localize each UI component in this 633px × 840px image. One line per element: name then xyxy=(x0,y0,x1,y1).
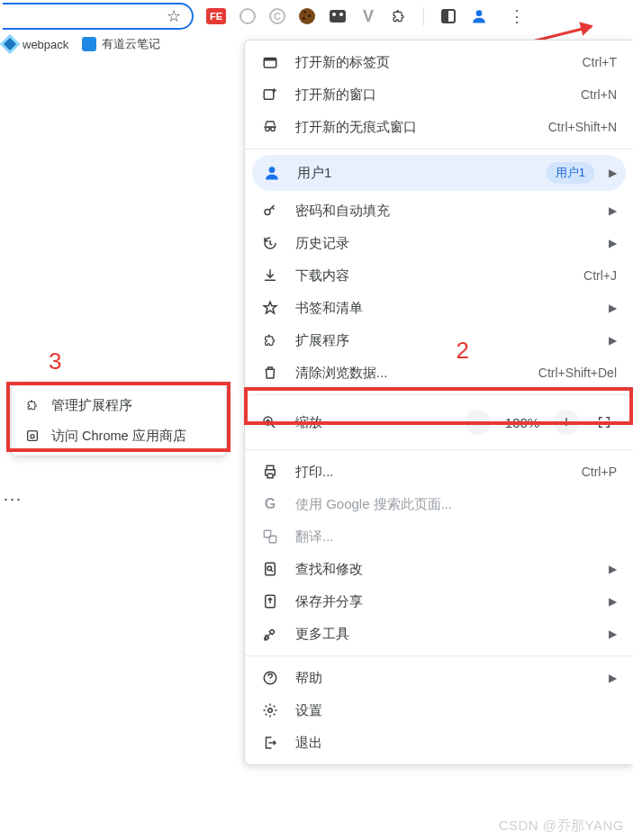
user-badge: 用户1 xyxy=(547,162,594,184)
extensions-puzzle-icon[interactable] xyxy=(390,7,408,25)
menu-help[interactable]: 帮助 ▶ xyxy=(245,662,633,694)
menu-label: 使用 Google 搜索此页面... xyxy=(295,496,452,513)
star-icon xyxy=(261,299,279,317)
menu-label: 扩展程序 xyxy=(295,332,349,349)
menu-clear-data[interactable]: 清除浏览数据... Ctrl+Shift+Del xyxy=(245,357,633,389)
annotation-label-3: 3 xyxy=(49,348,61,375)
extension-cookie-icon[interactable] xyxy=(298,7,316,25)
exit-icon xyxy=(261,734,279,752)
menu-label: 下载内容 xyxy=(295,267,349,285)
download-icon xyxy=(261,266,279,285)
menu-new-window[interactable]: 打开新的窗口 Ctrl+N xyxy=(245,78,633,111)
menu-label: 帮助 xyxy=(295,670,322,687)
menu-downloads[interactable]: 下载内容 Ctrl+J xyxy=(245,259,633,292)
menu-label: 保存并分享 xyxy=(295,593,363,610)
extension-c-icon[interactable]: C xyxy=(269,8,285,24)
page-ellipsis: ... xyxy=(4,486,23,505)
extension-fe-icon[interactable]: FE xyxy=(206,8,226,24)
menu-incognito[interactable]: 打开新的无痕式窗口 Ctrl+Shift+N xyxy=(245,111,633,143)
chevron-right-icon: ▶ xyxy=(609,334,617,347)
translate-icon xyxy=(261,528,279,546)
menu-label: 退出 xyxy=(295,735,322,752)
menu-shortcut: Ctrl+Shift+Del xyxy=(538,366,617,380)
menu-history[interactable]: 历史记录 ▶ xyxy=(245,227,633,259)
menu-bookmarks[interactable]: 书签和清单 ▶ xyxy=(245,292,633,324)
extension-squaredots-icon[interactable] xyxy=(329,7,347,25)
new-window-icon xyxy=(261,86,279,104)
menu-label: 书签和清单 xyxy=(295,300,363,317)
tools-icon xyxy=(261,625,279,643)
history-icon xyxy=(261,234,279,252)
menu-label: 打开新的窗口 xyxy=(295,86,376,104)
extension-circle-icon[interactable] xyxy=(239,7,257,25)
menu-user-profile[interactable]: 用户1 用户1 ▶ xyxy=(252,155,626,191)
chevron-right-icon: ▶ xyxy=(609,628,617,640)
omnibox[interactable]: ☆ xyxy=(3,3,194,30)
more-button[interactable]: ⋮ xyxy=(504,4,529,29)
menu-label: 查找和修改 xyxy=(295,561,363,578)
annotation-label-2: 2 xyxy=(457,337,469,365)
toolbar-divider xyxy=(423,7,424,25)
menu-shortcut: Ctrl+Shift+N xyxy=(548,120,617,134)
svg-point-0 xyxy=(476,10,483,16)
menu-label: 更多工具 xyxy=(295,626,349,643)
trash-icon xyxy=(261,364,279,382)
chevron-right-icon: ▶ xyxy=(609,237,617,249)
menu-new-tab[interactable]: 打开新的标签页 Ctrl+T xyxy=(245,46,633,78)
key-icon xyxy=(261,202,279,220)
watermark: CSDN @乔那YANG xyxy=(499,817,624,835)
svg-rect-9 xyxy=(266,563,276,575)
puzzle-icon xyxy=(261,331,279,349)
bookmark-label: webpack xyxy=(23,38,68,51)
menu-shortcut: Ctrl+T xyxy=(583,55,618,69)
menu-divider xyxy=(245,655,633,656)
chevron-right-icon: ▶ xyxy=(609,302,617,314)
gear-icon xyxy=(261,701,279,719)
menu-shortcut: Ctrl+J xyxy=(583,268,617,283)
svg-point-13 xyxy=(268,709,273,713)
webpack-icon xyxy=(0,34,20,55)
bookmark-webpack[interactable]: webpack xyxy=(3,37,68,51)
menu-more-tools[interactable]: 更多工具 ▶ xyxy=(245,618,633,650)
side-panel-icon[interactable] xyxy=(439,7,457,25)
find-icon xyxy=(261,560,279,578)
menu-save-share[interactable]: 保存并分享 ▶ xyxy=(245,585,633,618)
menu-google-search[interactable]: G 使用 Google 搜索此页面... xyxy=(245,488,633,520)
menu-divider xyxy=(245,149,633,149)
browser-toolbar: ☆ FE C V ⋮ xyxy=(0,0,633,32)
menu-label: 打开新的标签页 xyxy=(295,54,390,71)
svg-rect-2 xyxy=(264,59,276,61)
menu-translate[interactable]: 翻译... xyxy=(245,520,633,553)
new-tab-icon xyxy=(261,53,279,71)
menu-label: 用户1 xyxy=(297,165,331,182)
menu-label: 打印... xyxy=(295,464,334,481)
svg-point-4 xyxy=(269,167,276,173)
bookmark-youdao[interactable]: 有道云笔记 xyxy=(82,36,160,52)
bookmark-star-icon[interactable]: ☆ xyxy=(167,6,181,26)
profile-avatar-icon[interactable] xyxy=(470,7,488,25)
svg-rect-3 xyxy=(264,90,274,100)
help-icon xyxy=(261,669,279,687)
menu-settings[interactable]: 设置 xyxy=(245,694,633,727)
menu-extensions[interactable]: 扩展程序 ▶ xyxy=(245,324,633,357)
menu-passwords[interactable]: 密码和自动填充 ▶ xyxy=(245,194,633,227)
menu-label: 历史记录 xyxy=(295,235,349,252)
share-icon xyxy=(261,592,279,610)
menu-label: 清除浏览数据... xyxy=(295,365,388,382)
menu-find-edit[interactable]: 查找和修改 ▶ xyxy=(245,553,633,585)
chevron-right-icon: ▶ xyxy=(609,672,617,684)
menu-label: 密码和自动填充 xyxy=(295,203,390,220)
menu-divider xyxy=(245,449,633,450)
bookmarks-bar: webpack 有道云笔记 xyxy=(3,36,160,52)
menu-shortcut: Ctrl+N xyxy=(581,87,617,102)
annotation-highlight-3 xyxy=(6,382,231,452)
extension-v-icon[interactable]: V xyxy=(359,7,377,25)
menu-exit[interactable]: 退出 xyxy=(245,727,633,759)
svg-point-5 xyxy=(265,210,270,215)
bookmark-label: 有道云笔记 xyxy=(102,36,160,52)
annotation-highlight-2 xyxy=(244,387,633,425)
menu-shortcut: Ctrl+P xyxy=(582,465,617,479)
chevron-right-icon: ▶ xyxy=(609,563,617,575)
incognito-icon xyxy=(261,118,279,136)
menu-print[interactable]: 打印... Ctrl+P xyxy=(245,456,633,488)
